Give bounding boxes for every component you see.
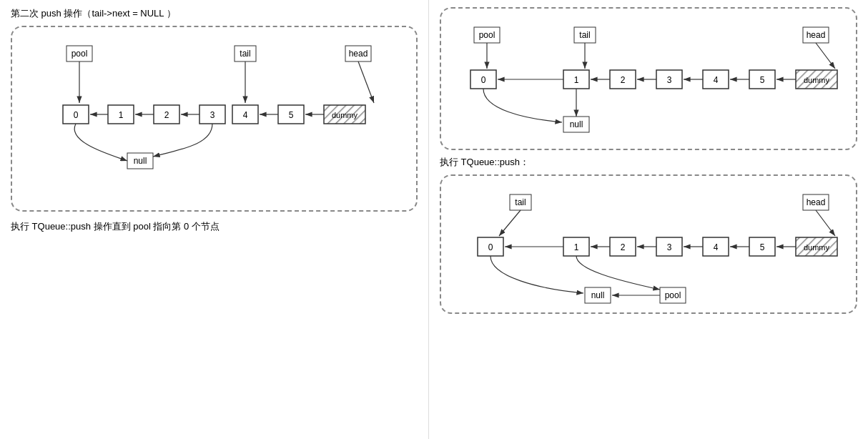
svg-text:pool: pool [479, 30, 495, 40]
left-caption: 执行 TQueue::push 操作直到 pool 指向第 0 个节点 [11, 220, 418, 233]
svg-text:1: 1 [119, 110, 124, 120]
svg-text:head: head [349, 49, 368, 59]
svg-text:4: 4 [714, 242, 719, 252]
right-bottom-svg: tail head 0 1 2 3 [453, 187, 860, 316]
svg-text:tail: tail [515, 197, 526, 207]
svg-text:null: null [134, 156, 147, 166]
svg-text:tail: tail [240, 49, 250, 59]
svg-line-69 [499, 210, 521, 236]
svg-text:head: head [807, 30, 826, 40]
left-panel: 第二次 push 操作（tail->next = NULL ） [0, 0, 429, 439]
svg-line-12 [358, 61, 374, 103]
svg-line-70 [816, 210, 835, 236]
svg-text:dummy: dummy [804, 76, 830, 84]
svg-text:5: 5 [760, 75, 765, 85]
svg-line-42 [816, 43, 835, 69]
svg-text:4: 4 [714, 75, 719, 85]
svg-text:2: 2 [621, 75, 626, 85]
svg-text:1: 1 [574, 242, 579, 252]
svg-text:dummy: dummy [804, 243, 830, 252]
page: 第二次 push 操作（tail->next = NULL ） [0, 0, 868, 439]
svg-text:null: null [591, 290, 605, 300]
svg-text:0: 0 [488, 242, 493, 252]
svg-text:2: 2 [621, 242, 626, 252]
right-panel: pool tail head 0 1 [429, 0, 868, 439]
left-title: 第二次 push 操作（tail->next = NULL ） [11, 7, 418, 20]
svg-text:pool: pool [71, 49, 88, 59]
right-top-diagram: pool tail head 0 1 [440, 7, 857, 150]
svg-text:tail: tail [579, 30, 590, 40]
svg-text:null: null [570, 119, 583, 129]
svg-text:5: 5 [289, 110, 294, 120]
svg-text:2: 2 [164, 110, 169, 120]
svg-text:3: 3 [667, 75, 672, 85]
svg-text:0: 0 [481, 75, 486, 85]
svg-text:4: 4 [243, 110, 248, 120]
right-caption: 执行 TQueue::push： [440, 156, 857, 169]
svg-text:pool: pool [665, 290, 681, 300]
right-bottom-diagram: tail head 0 1 2 3 [440, 174, 857, 314]
svg-text:head: head [807, 197, 826, 207]
svg-text:3: 3 [210, 110, 215, 120]
left-top-svg: pool tail head 0 1 [24, 39, 410, 199]
svg-text:dummy: dummy [332, 111, 358, 119]
svg-text:3: 3 [667, 242, 672, 252]
svg-text:5: 5 [760, 242, 765, 252]
svg-text:1: 1 [574, 75, 579, 85]
svg-text:0: 0 [74, 110, 79, 120]
left-top-diagram: pool tail head 0 1 [11, 26, 418, 212]
right-top-svg: pool tail head 0 1 [453, 20, 860, 147]
